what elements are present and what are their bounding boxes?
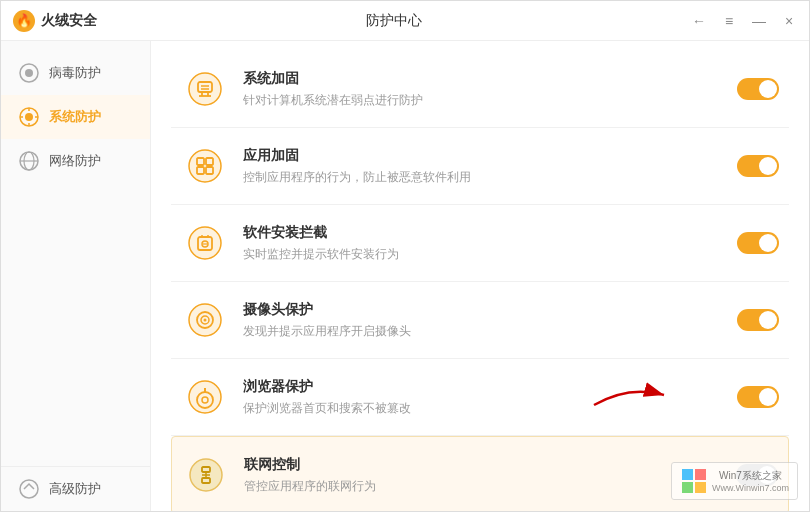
system-harden-title: 系统加固 xyxy=(243,70,737,88)
svg-text:🔥: 🔥 xyxy=(16,12,33,29)
app-harden-text: 应用加固 控制应用程序的行为，防止被恶意软件利用 xyxy=(243,147,737,186)
menu-button[interactable]: ≡ xyxy=(721,13,737,29)
app-harden-toggle[interactable] xyxy=(737,155,779,177)
sidebar: 病毒防护 系统防护 xyxy=(1,41,151,511)
title-text: 防护中心 xyxy=(366,12,422,28)
content-area: 系统加固 针对计算机系统潜在弱点进行防护 xyxy=(151,41,809,511)
feature-list: 系统加固 针对计算机系统潜在弱点进行防护 xyxy=(171,51,789,511)
app-harden-desc: 控制应用程序的行为，防止被恶意软件利用 xyxy=(243,169,737,186)
sidebar-item-advanced[interactable]: 高级防护 xyxy=(1,466,150,511)
feature-software-install: 软件安装拦截 实时监控并提示软件安装行为 xyxy=(171,205,789,282)
network-control-desc: 管控应用程序的联网行为 xyxy=(244,478,736,495)
window-controls: ← ≡ — × xyxy=(691,13,797,29)
software-install-toggle[interactable] xyxy=(737,232,779,254)
app-harden-title: 应用加固 xyxy=(243,147,737,165)
win-flag-icon xyxy=(680,467,708,495)
advanced-icon xyxy=(19,479,39,499)
software-install-title: 软件安装拦截 xyxy=(243,224,737,242)
camera-title: 摄像头保护 xyxy=(243,301,737,319)
svg-point-13 xyxy=(20,480,38,498)
sidebar-label-system: 系统防护 xyxy=(49,108,101,126)
sidebar-item-system[interactable]: 系统防护 xyxy=(1,95,150,139)
svg-point-5 xyxy=(25,113,33,121)
svg-rect-53 xyxy=(695,469,706,480)
sidebar-item-virus[interactable]: 病毒防护 xyxy=(1,51,150,95)
network-control-text: 联网控制 管控应用程序的联网行为 xyxy=(244,456,736,495)
sidebar-item-network[interactable]: 网络防护 xyxy=(1,139,150,183)
svg-rect-52 xyxy=(682,469,693,480)
titlebar: 🔥 火绒安全 防护中心 ← ≡ — × xyxy=(1,1,809,41)
app-logo: 🔥 火绒安全 xyxy=(13,10,97,32)
software-install-text: 软件安装拦截 实时监控并提示软件安装行为 xyxy=(243,224,737,263)
network-control-title: 联网控制 xyxy=(244,456,736,474)
camera-icon xyxy=(181,296,229,344)
system-harden-text: 系统加固 针对计算机系统潜在弱点进行防护 xyxy=(243,70,737,109)
main-area: 病毒防护 系统防护 xyxy=(1,41,809,511)
app-harden-icon xyxy=(181,142,229,190)
camera-toggle[interactable] xyxy=(737,309,779,331)
virus-icon xyxy=(19,63,39,83)
camera-desc: 发现并提示应用程序开启摄像头 xyxy=(243,323,737,340)
red-arrow-annotation xyxy=(589,380,669,414)
svg-rect-55 xyxy=(695,482,706,493)
feature-camera: 摄像头保护 发现并提示应用程序开启摄像头 xyxy=(171,282,789,359)
window-title: 防护中心 xyxy=(97,12,691,30)
svg-point-3 xyxy=(25,69,33,77)
minimize-button[interactable]: — xyxy=(751,13,767,29)
sidebar-label-network: 网络防护 xyxy=(49,152,101,170)
browser-icon xyxy=(181,373,229,421)
software-install-icon xyxy=(181,219,229,267)
back-button[interactable]: ← xyxy=(691,13,707,29)
feature-app-harden: 应用加固 控制应用程序的行为，防止被恶意软件利用 xyxy=(171,128,789,205)
flame-icon: 🔥 xyxy=(13,10,35,32)
camera-text: 摄像头保护 发现并提示应用程序开启摄像头 xyxy=(243,301,737,340)
watermark: Win7系统之家 Www.Winwin7.com xyxy=(671,462,798,500)
main-window: 🔥 火绒安全 防护中心 ← ≡ — × 病毒防护 xyxy=(0,0,810,512)
system-harden-desc: 针对计算机系统潜在弱点进行防护 xyxy=(243,92,737,109)
watermark-line1: Win7系统之家 xyxy=(712,469,789,483)
browser-toggle[interactable] xyxy=(737,386,779,408)
feature-browser: 浏览器保护 保护浏览器首页和搜索不被篡改 xyxy=(171,359,789,436)
sidebar-label-advanced: 高级防护 xyxy=(49,480,101,498)
watermark-line2: Www.Winwin7.com xyxy=(712,483,789,493)
software-install-desc: 实时监控并提示软件安装行为 xyxy=(243,246,737,263)
svg-rect-54 xyxy=(682,482,693,493)
system-icon xyxy=(19,107,39,127)
network-control-icon xyxy=(182,451,230,499)
system-harden-icon xyxy=(181,65,229,113)
svg-point-39 xyxy=(204,319,207,322)
feature-system-harden: 系统加固 针对计算机系统潜在弱点进行防护 xyxy=(171,51,789,128)
system-harden-toggle[interactable] xyxy=(737,78,779,100)
sidebar-label-virus: 病毒防护 xyxy=(49,64,101,82)
close-button[interactable]: × xyxy=(781,13,797,29)
network-icon xyxy=(19,151,39,171)
app-name: 火绒安全 xyxy=(41,12,97,30)
